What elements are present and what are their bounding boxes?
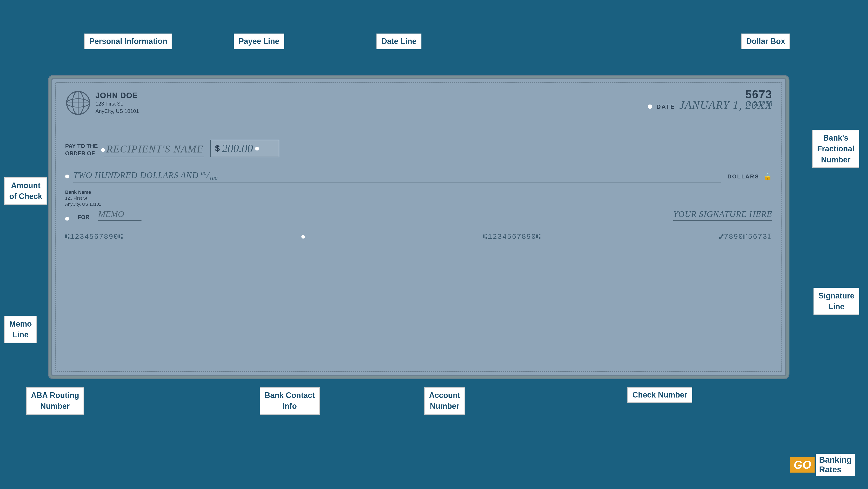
memo-line-label: MemoLine <box>4 316 37 343</box>
for-label: FOR <box>78 214 90 221</box>
check-wrapper: 5673 19-2/1250 JOHN DOE 123 First St. An… <box>34 61 804 376</box>
date-value: JANUARY 1, 20XX <box>679 99 772 111</box>
personal-information-label: Personal Information <box>84 34 172 49</box>
signature-line-label: SignatureLine <box>813 288 859 315</box>
date-label: DATE <box>656 103 675 110</box>
dollar-box-label: Dollar Box <box>741 34 790 49</box>
micr-account: ⑆1234567890⑆ <box>483 233 541 241</box>
logo: GO Banking Rates <box>790 454 855 476</box>
date-dot <box>648 104 652 109</box>
check-inner-border <box>55 82 782 372</box>
payee-name: RECIPIENT'S NAME <box>104 143 204 157</box>
date-line-label: Date Line <box>376 34 422 49</box>
owner-area: JOHN DOE 123 First St. AnyCity, US 10101 <box>65 90 139 116</box>
bank-contact-label: Bank ContactInfo <box>259 387 320 415</box>
payee-line-label: Payee Line <box>234 34 284 49</box>
account-number-label: AccountNumber <box>424 387 465 415</box>
dollars-label: DOLLARS <box>727 173 759 180</box>
payee-dot <box>101 148 105 152</box>
dollar-box-dot <box>255 146 259 151</box>
banks-fractional-label: Bank'sFractionalNumber <box>812 130 859 168</box>
memo-dot <box>65 217 69 221</box>
logo-banking-rates: Banking Rates <box>816 454 855 476</box>
owner-address-2: AnyCity, US 10101 <box>95 107 139 115</box>
bank-contact-info: Bank Name 123 First St. AnyCity, US 1010… <box>65 190 101 207</box>
lock-icon: 🔒 <box>764 172 772 181</box>
dollar-sign: $ <box>215 143 220 153</box>
pay-to-label: PAY TO THEORDER OF <box>65 142 98 157</box>
micr-routing: ⑆1234567890⑆ <box>65 233 123 241</box>
logo-go: GO <box>790 457 814 472</box>
amount-of-check-label: Amountof Check <box>4 177 47 205</box>
owner-info: JOHN DOE 123 First St. AnyCity, US 10101 <box>95 91 139 115</box>
micr-dot <box>301 235 305 238</box>
aba-routing-label: ABA RoutingNumber <box>26 387 84 415</box>
globe-icon <box>65 90 91 116</box>
pay-line: PAY TO THEORDER OF RECIPIENT'S NAME $ 20… <box>65 140 772 157</box>
check-number-label: Check Number <box>627 387 692 403</box>
signature-text: YOUR SIGNATURE HERE <box>673 209 772 221</box>
logo-rates-text: Rates <box>819 465 851 475</box>
memo-text: MEMO <box>98 209 142 221</box>
bank-name: Bank Name <box>65 190 101 195</box>
date-area: DATE JANUARY 1, 20XX <box>648 99 772 111</box>
owner-name: JOHN DOE <box>95 91 139 100</box>
owner-address-1: 123 First St. <box>95 100 139 107</box>
logo-banking-text: Banking <box>819 455 851 465</box>
micr-check: ⑇7890⑈5673⑄ <box>719 233 772 241</box>
bank-address-1: 123 First St. <box>65 195 101 201</box>
written-amount-dot <box>65 174 69 178</box>
written-amount: TWO HUNDRED DOLLARS AND 00/100 <box>73 170 721 183</box>
written-amount-line: TWO HUNDRED DOLLARS AND 00/100 DOLLARS 🔒 <box>65 170 772 183</box>
bank-address-2: AnyCity, US 10101 <box>65 201 101 207</box>
micr-line: ⑆1234567890⑆ ⑆1234567890⑆ ⑇7890⑈5673⑄ <box>65 233 772 241</box>
dollar-amount: 200.00 <box>222 142 253 155</box>
memo-sig-area: FOR MEMO YOUR SIGNATURE HERE <box>65 209 772 221</box>
dollar-box: $ 200.00 <box>210 140 279 157</box>
check: 5673 19-2/1250 JOHN DOE 123 First St. An… <box>51 78 786 376</box>
